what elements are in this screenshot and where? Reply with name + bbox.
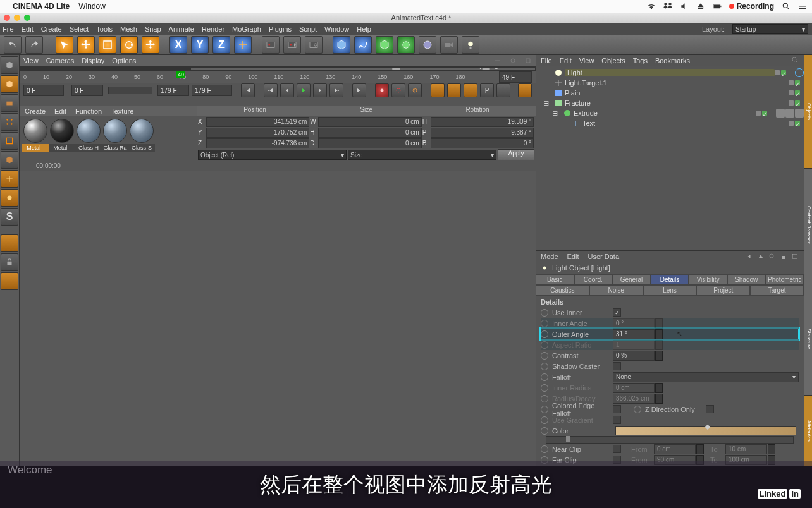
vp-nav-icon[interactable]	[509, 57, 517, 64]
attr-tab-target[interactable]: Target	[750, 285, 804, 296]
minimize-window-button[interactable]	[14, 15, 20, 21]
menu-help[interactable]: Help	[357, 25, 371, 33]
menu-icon[interactable]	[798, 2, 807, 11]
vp-nav-icon[interactable]	[494, 57, 501, 64]
app-name[interactable]: CINEMA 4D Lite	[13, 2, 70, 11]
om-node[interactable]: Light✓	[536, 68, 804, 78]
anim-dot[interactable]	[541, 320, 548, 327]
menu-animate[interactable]: Animate	[169, 25, 194, 33]
playhead[interactable]: 49	[176, 71, 185, 78]
key-pla-button[interactable]	[496, 83, 510, 97]
key-selection-button[interactable]	[518, 83, 532, 97]
menu-window[interactable]: Window	[324, 25, 349, 33]
move-tool[interactable]	[77, 36, 95, 54]
eject-icon[interactable]	[696, 2, 705, 11]
om-menu-view[interactable]: View	[579, 57, 594, 64]
record-button[interactable]	[375, 83, 389, 97]
play-button[interactable]	[297, 83, 311, 97]
attr-tab-details[interactable]: Details	[651, 274, 689, 285]
coord-field[interactable]: 341.519 cm	[206, 117, 309, 127]
om-visibility-dots[interactable]: ✓	[775, 70, 786, 75]
timeline-scrollbar[interactable]	[108, 87, 152, 94]
start-frame-field[interactable]: 0 F	[23, 85, 64, 96]
anim-dot[interactable]	[541, 384, 548, 392]
prev-key-button[interactable]	[264, 83, 278, 97]
num-field[interactable]: 31 °	[613, 329, 655, 339]
key-options-button[interactable]: ?	[408, 83, 422, 97]
next-frame-button[interactable]	[313, 83, 327, 97]
wifi-icon[interactable]	[647, 2, 656, 11]
anim-dot[interactable]	[541, 406, 548, 413]
checkbox[interactable]: ✓	[613, 308, 621, 317]
timeline-ruler[interactable]: 0102030405060708090100110120130140150160…	[20, 71, 536, 83]
checkbox[interactable]	[613, 445, 621, 453]
attr-menu-mode[interactable]: Mode	[541, 253, 558, 260]
redo-button[interactable]	[25, 36, 43, 54]
vp-menu-display[interactable]: Display	[82, 57, 104, 64]
axis-mode[interactable]	[1, 170, 18, 188]
autokey-button[interactable]	[391, 83, 405, 97]
tag-icon[interactable]	[785, 109, 794, 118]
attr-menu-userdata[interactable]: User Data	[588, 253, 620, 260]
vp-menu-view[interactable]: View	[195, 70, 209, 71]
num-field[interactable]: 866.025 cm	[613, 394, 655, 404]
num-field[interactable]: 1	[613, 340, 655, 350]
prev-frame-button[interactable]	[280, 83, 294, 97]
range-end-field[interactable]: 179 F	[157, 85, 189, 96]
dropbox-icon[interactable]	[663, 2, 672, 11]
attr-tab-basic[interactable]: Basic	[536, 274, 574, 285]
anim-dot[interactable]	[541, 427, 548, 435]
vp-menu-filter[interactable]: Filter	[302, 70, 316, 71]
material-swatch[interactable]: Metal -	[50, 119, 74, 152]
add-generator-button[interactable]	[376, 36, 393, 54]
undo-button[interactable]	[4, 36, 22, 54]
num-field[interactable]: 0 °	[613, 318, 655, 329]
key-rot-button[interactable]	[464, 83, 477, 97]
workplane-mode[interactable]	[1, 94, 18, 112]
dropdown[interactable]: None▾	[613, 372, 799, 382]
zoom-window-button[interactable]	[24, 15, 30, 21]
vp-menu-cameras[interactable]: Cameras	[215, 70, 241, 71]
attr-tab-caustics[interactable]: Caustics	[536, 285, 589, 296]
tag-icon[interactable]	[795, 109, 804, 118]
mat-menu-edit[interactable]: Edit	[54, 107, 66, 115]
snap-toggle[interactable]: S	[1, 208, 18, 226]
battery-icon[interactable]	[713, 2, 722, 11]
menu-plugins[interactable]: Plugins	[269, 25, 292, 33]
material-swatch[interactable]: Glass-S	[130, 119, 154, 152]
om-menu-file[interactable]: File	[541, 57, 552, 64]
polygons-mode[interactable]	[1, 151, 18, 169]
goto-end-button[interactable]	[352, 83, 366, 97]
add-camera-button[interactable]	[440, 36, 458, 54]
attr-tab-visibility[interactable]: Visibility	[689, 274, 727, 285]
attr-back-icon[interactable]	[746, 253, 753, 260]
om-menu-bookmarks[interactable]: Bookmarks	[655, 57, 690, 64]
anim-dot[interactable]	[541, 445, 548, 453]
anim-dot[interactable]	[541, 309, 548, 317]
om-node[interactable]: Plain✓	[536, 88, 804, 98]
om-visibility-dots[interactable]: ✓	[789, 121, 800, 126]
layout-selector[interactable]: Startup▾	[732, 24, 808, 34]
vp-nav-icon[interactable]	[524, 57, 532, 64]
anim-dot[interactable]	[541, 373, 548, 381]
range-start-field[interactable]: 0 F	[71, 85, 103, 96]
om-node[interactable]: ⊟Fracture✓	[536, 98, 804, 108]
expand-icon[interactable]: ⊟	[550, 109, 559, 118]
x-axis-lock[interactable]: X	[169, 36, 187, 54]
attr-menu-edit[interactable]: Edit	[567, 253, 579, 260]
sidetab-attributes[interactable]: Attributes	[804, 396, 812, 466]
menu-edit[interactable]: Edit	[22, 25, 34, 33]
key-param-button[interactable]: P	[480, 83, 494, 97]
spinner[interactable]	[696, 444, 704, 454]
end-frame-field[interactable]: 179 F	[192, 85, 232, 96]
render-settings-button[interactable]	[305, 36, 323, 54]
mat-menu-function[interactable]: Function	[75, 107, 102, 115]
current-frame-field[interactable]: 49 F	[499, 71, 532, 83]
material-swatch[interactable]: Glass Ra	[103, 119, 127, 152]
coord-field[interactable]: 0 cm	[318, 128, 421, 138]
render-view-button[interactable]	[262, 36, 280, 54]
expand-icon[interactable]: ⊟	[541, 99, 550, 107]
checkbox[interactable]	[706, 405, 714, 413]
edges-mode[interactable]	[1, 132, 18, 150]
attr-tab-general[interactable]: General	[612, 274, 651, 285]
